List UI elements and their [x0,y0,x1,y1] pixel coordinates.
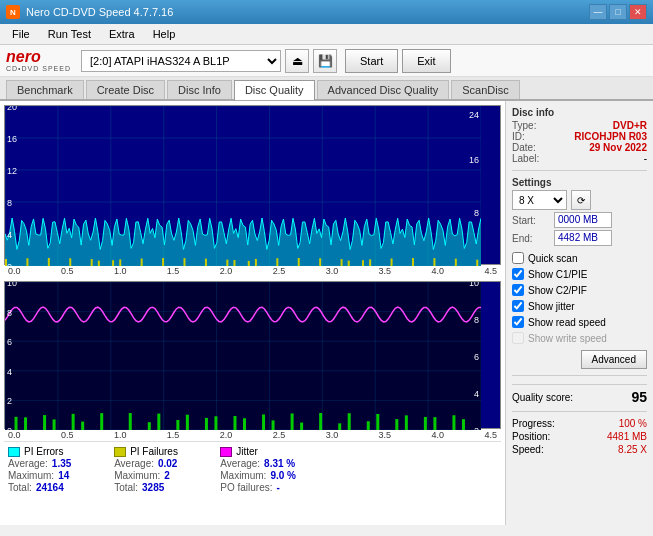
jitter-po-label: PO failures: [220,482,272,493]
tab-benchmark[interactable]: Benchmark [6,80,84,99]
end-label: End: [512,233,550,244]
quick-scan-row[interactable]: Quick scan [512,252,647,264]
pi-failures-avg-val: 0.02 [158,458,198,469]
tab-create-disc[interactable]: Create Disc [86,80,165,99]
show-read-row[interactable]: Show read speed [512,316,647,328]
main-content: 0.00.5 1.01.5 2.02.5 3.03.5 4.04.5 0.00.… [0,101,653,525]
show-c2pif-checkbox[interactable] [512,284,524,296]
show-jitter-checkbox[interactable] [512,300,524,312]
start-mb-row: Start: 0000 MB [512,212,647,228]
drive-dropdown[interactable]: [2:0] ATAPI iHAS324 A BL1P [81,50,281,72]
disc-label-label: Label: [512,153,539,164]
speed-val: 8.25 X [618,444,647,455]
speed-row[interactable]: 8 X ⟳ [512,190,647,210]
pi-errors-avg-val: 1.35 [52,458,92,469]
bottom-chart-x-labels: 0.00.5 1.01.5 2.02.5 3.03.5 4.04.5 [4,429,501,441]
tab-disc-info[interactable]: Disc Info [167,80,232,99]
type-val: DVD+R [613,120,647,131]
window-controls[interactable]: — □ ✕ [589,4,647,20]
settings-title: Settings [512,177,647,188]
jitter-label: Jitter [236,446,258,457]
menu-bar: File Run Test Extra Help [0,24,653,45]
show-jitter-row[interactable]: Show jitter [512,300,647,312]
menu-extra[interactable]: Extra [101,26,143,42]
menu-run-test[interactable]: Run Test [40,26,99,42]
tab-disc-quality[interactable]: Disc Quality [234,80,315,100]
legend-pi-failures: PI Failures Average: 0.02 Maximum: 2 Tot… [114,446,204,493]
date-val: 29 Nov 2022 [589,142,647,153]
show-read-label: Show read speed [528,317,606,328]
show-write-row[interactable]: Show write speed [512,332,647,344]
start-button[interactable]: Start [345,49,398,73]
chart-area: 0.00.5 1.01.5 2.02.5 3.03.5 4.04.5 0.00.… [0,101,505,525]
pi-errors-swatch [8,447,20,457]
pi-failures-total-val: 3285 [142,482,182,493]
legend-jitter: Jitter Average: 8.31 % Maximum: 9.0 % PO… [220,446,316,493]
type-label: Type: [512,120,536,131]
pi-failures-max-val: 2 [164,470,204,481]
disc-info-section: Disc info Type: DVD+R ID: RICOHJPN R03 D… [512,107,647,164]
bottom-chart-wrapper: 0.00.5 1.01.5 2.02.5 3.03.5 4.04.5 [4,277,501,441]
pi-errors-total-label: Total: [8,482,32,493]
position-label: Position: [512,431,550,442]
pi-failures-total-label: Total: [114,482,138,493]
pi-failures-max-label: Maximum: [114,470,160,481]
divider3 [512,411,647,412]
tab-advanced-disc-quality[interactable]: Advanced Disc Quality [317,80,450,99]
show-c1pie-checkbox[interactable] [512,268,524,280]
show-c1pie-label: Show C1/PIE [528,269,587,280]
pi-errors-max-label: Maximum: [8,470,54,481]
menu-help[interactable]: Help [145,26,184,42]
end-mb-row: End: 4482 MB [512,230,647,246]
position-val: 4481 MB [607,431,647,442]
quick-scan-checkbox[interactable] [512,252,524,264]
start-label: Start: [512,215,550,226]
show-read-checkbox[interactable] [512,316,524,328]
menu-file[interactable]: File [4,26,38,42]
show-write-label: Show write speed [528,333,607,344]
exit-button[interactable]: Exit [402,49,450,73]
show-jitter-label: Show jitter [528,301,575,312]
logo-nero: nero [6,49,41,65]
jitter-swatch [220,447,232,457]
quality-score-row: Quality score: 95 [512,384,647,405]
progress-section: Progress: 100 % Position: 4481 MB Speed:… [512,418,647,455]
end-mb-val: 4482 MB [554,230,612,246]
save-button[interactable]: 💾 [313,49,337,73]
close-button[interactable]: ✕ [629,4,647,20]
pi-errors-avg-label: Average: [8,458,48,469]
show-write-checkbox[interactable] [512,332,524,344]
maximize-button[interactable]: □ [609,4,627,20]
minimize-button[interactable]: — [589,4,607,20]
id-val: RICOHJPN R03 [574,131,647,142]
date-label: Date: [512,142,536,153]
refresh-icon[interactable]: ⟳ [571,190,591,210]
app-icon: N [6,5,20,19]
tab-bar: Benchmark Create Disc Disc Info Disc Qua… [0,77,653,101]
progress-label: Progress: [512,418,555,429]
top-chart [4,105,501,265]
pi-failures-swatch [114,447,126,457]
logo-sub: CD•DVD SPEED [6,65,71,72]
show-c1pie-row[interactable]: Show C1/PIE [512,268,647,280]
tab-scan-disc[interactable]: ScanDisc [451,80,519,99]
top-chart-x-labels: 0.00.5 1.01.5 2.02.5 3.03.5 4.04.5 [4,265,501,277]
speed-select[interactable]: 8 X [512,190,567,210]
top-chart-wrapper: 0.00.5 1.01.5 2.02.5 3.03.5 4.04.5 [4,105,501,277]
drive-select-group[interactable]: [2:0] ATAPI iHAS324 A BL1P [81,50,281,72]
jitter-avg-label: Average: [220,458,260,469]
jitter-max-label: Maximum: [220,470,266,481]
jitter-avg-val: 8.31 % [264,458,304,469]
eject-button[interactable]: ⏏ [285,49,309,73]
settings-section: Settings 8 X ⟳ Start: 0000 MB End: 4482 … [512,177,647,248]
quality-score-val: 95 [631,389,647,405]
advanced-button[interactable]: Advanced [581,350,647,369]
pi-errors-label: PI Errors [24,446,63,457]
divider2 [512,375,647,376]
jitter-max-val: 9.0 % [270,470,310,481]
side-panel: Disc info Type: DVD+R ID: RICOHJPN R03 D… [505,101,653,525]
pi-errors-total-val: 24164 [36,482,76,493]
show-c2pif-label: Show C2/PIF [528,285,587,296]
show-c2pif-row[interactable]: Show C2/PIF [512,284,647,296]
jitter-po-val: - [277,482,317,493]
